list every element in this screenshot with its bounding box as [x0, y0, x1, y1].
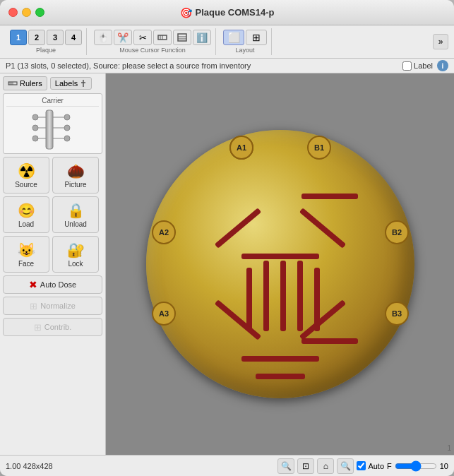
close-button[interactable]	[8, 8, 18, 17]
plaque-btn-2[interactable]: 2	[28, 30, 45, 45]
maximize-button[interactable]	[35, 8, 44, 17]
slot-v1[interactable]	[246, 268, 252, 331]
svg-text:B2: B2	[391, 228, 401, 237]
plaque-btn-3[interactable]: 3	[47, 30, 64, 45]
rulers-labels-row: Rulers Labels	[3, 76, 102, 90]
statusbar: P1 (13 slots, 0 selected), Source: pleas…	[0, 59, 454, 73]
bottom-bar: 1.00 428x428 🔍 ⊡ ⌂ 🔍 Auto F 10	[0, 455, 454, 476]
cursor-btn-4[interactable]	[153, 30, 172, 45]
layout-section: ⬜ ⊞ Layout	[219, 28, 272, 55]
home-btn[interactable]: ⌂	[317, 458, 334, 474]
face-lock-row: 😺 Face 🔐 Lock	[3, 236, 102, 273]
auto-check[interactable]	[357, 461, 366, 470]
slot-h4[interactable]	[241, 356, 319, 362]
svg-text:A2: A2	[158, 228, 168, 237]
unload-btn[interactable]: 🔒 Unload	[52, 196, 99, 233]
labels-btn[interactable]: Labels	[50, 77, 92, 90]
minimize-button[interactable]	[22, 8, 31, 17]
slot-diag3[interactable]	[214, 299, 261, 340]
slot-diag4[interactable]	[299, 299, 345, 340]
info-icon[interactable]: i	[437, 60, 448, 71]
slot-v4[interactable]	[297, 261, 303, 331]
source-picture-row: ☢️ Source 🌰 Picture	[3, 157, 102, 194]
slot-h5[interactable]	[256, 374, 305, 379]
contrib-btn[interactable]: ⊞ Contrib.	[3, 318, 102, 336]
slot-v2[interactable]	[263, 261, 269, 331]
info-bottom-btn[interactable]: 🔍	[337, 458, 354, 474]
load-icon: 😊	[18, 202, 35, 219]
rulers-icon	[8, 78, 18, 88]
unload-icon: 🔒	[67, 202, 85, 219]
slot-h2[interactable]	[241, 254, 319, 259]
zoom-out-btn[interactable]: 🔍	[277, 458, 294, 474]
statusbar-right: Label i	[402, 60, 448, 71]
cursor-btn-2[interactable]: ✂️	[114, 30, 132, 45]
titlebar: 🎯 Plaque COMS14-p	[0, 0, 454, 25]
carrier-diagram	[28, 107, 78, 153]
auto-label: Auto	[368, 462, 384, 470]
picture-icon: 🌰	[67, 162, 85, 179]
svg-point-14	[32, 136, 38, 141]
cursor-btn-6[interactable]: ℹ️	[193, 30, 211, 45]
zoom-fit-btn[interactable]: ⊡	[297, 458, 314, 474]
f-label: F	[387, 462, 392, 470]
carrier-visual	[28, 108, 78, 150]
plaque-btn-1[interactable]: 1	[10, 30, 27, 45]
toolbar: 1 2 3 4 Plaque 🖱️ ✂️ ✂ ℹ️ Mouse Cursor F…	[0, 25, 454, 59]
title-icon: 🎯	[180, 7, 192, 18]
zoom-info: 1.00 428x428	[6, 462, 53, 470]
plaque-btn-4[interactable]: 4	[65, 30, 82, 45]
layout-label: Layout	[235, 47, 254, 54]
svg-point-18	[64, 136, 70, 141]
rulers-label: Rulers	[20, 79, 42, 88]
lock-btn[interactable]: 🔐 Lock	[52, 236, 99, 273]
slot-diag2[interactable]	[299, 208, 345, 249]
traffic-lights	[8, 8, 44, 17]
face-btn[interactable]: 😺 Face	[3, 236, 49, 273]
cursor-btn-1[interactable]: 🖱️	[94, 30, 112, 45]
plaque-section: 1 2 3 4 Plaque	[6, 28, 87, 55]
layout-buttons: ⬜ ⊞	[223, 30, 267, 45]
bottom-tools: 🔍 ⊡ ⌂ 🔍 Auto F 10	[277, 458, 448, 474]
auto-dose-btn[interactable]: ✖ Auto Dose	[3, 275, 102, 294]
normalize-icon: ⊞	[30, 301, 37, 311]
normalize-btn[interactable]: ⊞ Normalize	[3, 297, 102, 315]
label-checkbox[interactable]: Label	[402, 61, 433, 71]
svg-rect-15	[46, 110, 53, 149]
svg-point-12	[32, 114, 38, 120]
toolbar-expand-btn[interactable]: »	[433, 34, 448, 49]
svg-text:A1: A1	[236, 143, 246, 152]
canvas-area[interactable]: A1 B1 B2 B3 A3 A2	[106, 73, 454, 455]
slot-v3[interactable]	[280, 261, 286, 331]
mouse-cursor-label: Mouse Cursor Function	[119, 47, 186, 54]
label-check[interactable]	[402, 61, 412, 71]
svg-rect-3	[178, 34, 186, 41]
plaque-svg: A1 B1 B2 B3 A3 A2	[132, 116, 429, 412]
svg-text:B3: B3	[391, 309, 401, 318]
layout-btn-2[interactable]: ⊞	[246, 30, 267, 45]
layout-btn-1[interactable]: ⬜	[223, 30, 244, 45]
cursor-btn-5[interactable]	[173, 30, 191, 45]
plaque-label: Plaque	[36, 47, 56, 54]
rulers-btn[interactable]: Rulers	[3, 76, 47, 90]
status-text: P1 (13 slots, 0 selected), Source: pleas…	[6, 61, 251, 70]
source-btn[interactable]: ☢️ Source	[3, 157, 49, 194]
svg-text:B1: B1	[313, 143, 323, 152]
main-content: Rulers Labels Carrier	[0, 73, 454, 455]
unload-label: Unload	[64, 220, 87, 228]
slot-h3[interactable]	[301, 338, 358, 344]
picture-btn[interactable]: 🌰 Picture	[52, 157, 99, 194]
slider-container: F 10	[387, 458, 448, 474]
slot-diag1[interactable]	[214, 208, 261, 249]
slot-h1[interactable]	[301, 194, 358, 199]
mouse-cursor-buttons: 🖱️ ✂️ ✂ ℹ️	[94, 30, 211, 45]
labels-label: Labels	[55, 79, 78, 88]
load-btn[interactable]: 😊 Load	[3, 196, 49, 233]
lock-icon: 🔐	[67, 242, 85, 258]
svg-text:A3: A3	[158, 309, 168, 318]
auto-checkbox[interactable]: Auto	[357, 458, 384, 474]
auto-dose-x-icon: ✖	[29, 279, 37, 290]
load-unload-row: 😊 Load 🔒 Unload	[3, 196, 102, 233]
f-slider[interactable]	[395, 461, 437, 471]
cursor-btn-3[interactable]: ✂	[133, 30, 152, 45]
